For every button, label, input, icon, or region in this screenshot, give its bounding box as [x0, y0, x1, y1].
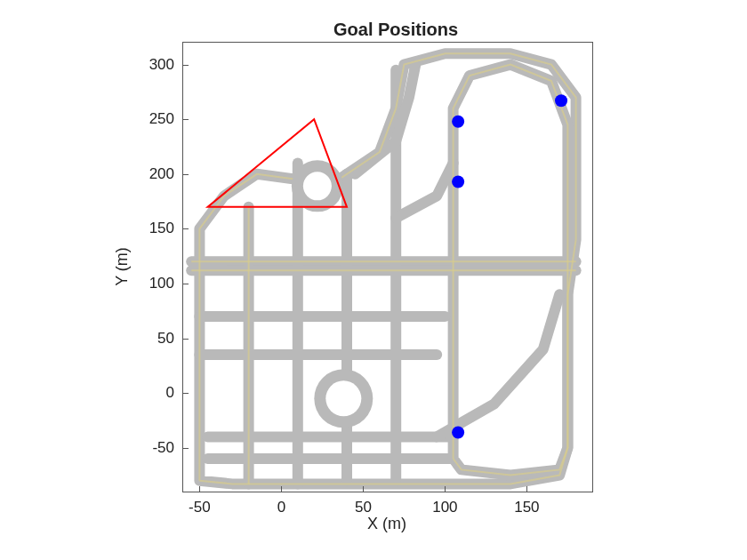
- xtick-label: 150: [514, 499, 539, 516]
- ytick-label: 200: [149, 165, 174, 183]
- figure-root: Goal Positions -50050100150-500501001502…: [0, 0, 747, 560]
- xtick-label: 50: [355, 499, 372, 516]
- goal-marker: [555, 94, 567, 107]
- xtick-label: -50: [189, 499, 211, 516]
- plot-title: Goal Positions: [178, 20, 614, 40]
- ytick-label: 0: [166, 384, 174, 402]
- ytick: [182, 284, 189, 284]
- ytick: [182, 339, 189, 340]
- roundabout-center: [325, 380, 361, 416]
- xtick-label: 100: [432, 499, 457, 516]
- goal-marker: [452, 426, 464, 438]
- xtick: [445, 486, 446, 492]
- goal-marker: [452, 175, 464, 188]
- xtick: [363, 486, 364, 492]
- ytick: [182, 393, 189, 394]
- xtick-label: 0: [277, 499, 285, 516]
- xtick: [199, 486, 200, 492]
- ytick: [182, 174, 189, 175]
- y-axis-label: Y (m): [113, 247, 132, 286]
- plot-axes[interactable]: -50050100150-50050100150200250300: [182, 42, 593, 492]
- ytick: [182, 119, 189, 120]
- ytick: [182, 228, 189, 229]
- ytick-label: 50: [157, 330, 174, 348]
- ytick-label: 100: [149, 275, 174, 292]
- xtick: [281, 486, 282, 492]
- goal-marker: [452, 116, 464, 128]
- xtick: [526, 486, 527, 492]
- ytick-label: 300: [149, 56, 174, 74]
- ytick-label: 250: [149, 110, 174, 128]
- ytick: [182, 448, 189, 449]
- roundabout-center: [303, 172, 332, 200]
- axes-container: -50050100150-50050100150200250300 X (m) …: [182, 42, 591, 491]
- x-axis-label: X (m): [367, 515, 406, 533]
- ytick: [182, 65, 189, 66]
- ytick-label: 150: [149, 220, 174, 237]
- ytick-label: -50: [152, 439, 174, 457]
- plot-svg: [183, 43, 592, 492]
